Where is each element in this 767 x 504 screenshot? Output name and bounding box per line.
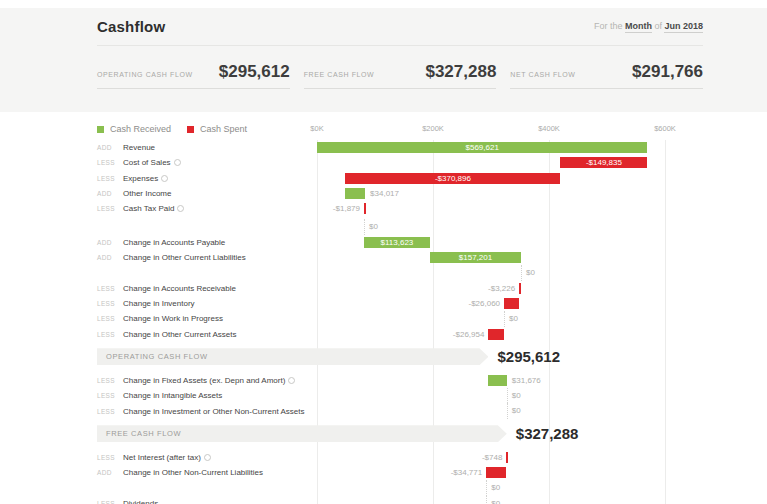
- chart-row: LESSChange in Work in Progress$0: [97, 311, 703, 326]
- row-plot: $0: [317, 219, 703, 234]
- waterfall-bar[interactable]: [364, 203, 366, 214]
- waterfall-bar[interactable]: -$370,896: [345, 173, 560, 184]
- chart-row: LESSCash Tax Paid-$1,879: [97, 201, 703, 216]
- waterfall-bar[interactable]: [519, 283, 521, 294]
- waterfall-connector: [486, 480, 487, 495]
- waterfall-bar[interactable]: $157,201: [430, 252, 521, 263]
- row-plot: -$26,060: [317, 296, 703, 311]
- row-label: Net Interest (after tax): [123, 453, 317, 462]
- info-icon[interactable]: [161, 175, 168, 182]
- row-prefix: ADD: [97, 254, 123, 261]
- bar-value: $0: [369, 219, 378, 234]
- info-icon[interactable]: [177, 205, 184, 212]
- chart-body: ADDRevenue$569,621LESSCost of Sales-$149…: [97, 140, 703, 504]
- period-granularity-dropdown[interactable]: Month: [625, 21, 652, 33]
- total-band-arrow: FREE CASH FLOW: [97, 425, 507, 442]
- row-label: Change in Accounts Receivable: [123, 284, 317, 293]
- waterfall-bar[interactable]: $569,621: [317, 142, 647, 153]
- report-header: Cashflow For the Month of Jun 2018 OPERA…: [0, 8, 767, 112]
- waterfall-connector: [504, 311, 505, 326]
- waterfall-bar[interactable]: [488, 375, 506, 386]
- row-prefix: LESS: [97, 300, 123, 307]
- chart-row: LESSCost of Sales-$149,835: [97, 155, 703, 170]
- waterfall-bar[interactable]: [506, 452, 508, 463]
- chart-row: LESSChange in Inventory-$26,060: [97, 296, 703, 311]
- chart-row: ADDRevenue$569,621: [97, 140, 703, 155]
- row-label: Revenue: [123, 143, 317, 152]
- chart-row: ADDChange in Other Non-Current Liabiliti…: [97, 465, 703, 480]
- row-prefix: LESS: [97, 500, 123, 504]
- waterfall-bar[interactable]: [504, 298, 519, 309]
- row-plot: -$1,879: [317, 201, 703, 216]
- x-axis-tick: $0K: [310, 124, 323, 133]
- row-label: Change in Other Current Liabilities: [123, 253, 317, 262]
- waterfall-connector: [507, 388, 508, 403]
- waterfall-connector: [521, 265, 522, 280]
- period-value-dropdown[interactable]: Jun 2018: [664, 21, 703, 33]
- row-plot: $0: [317, 388, 703, 403]
- cash-spent-swatch-icon: [187, 126, 194, 133]
- spacer-row: $0: [97, 480, 703, 495]
- row-plot: $31,676: [317, 373, 703, 388]
- total-band-row: FREE CASH FLOW$327,288: [97, 424, 703, 444]
- bar-value: -$370,896: [345, 173, 560, 184]
- row-label: Change in Other Current Assets: [123, 330, 317, 339]
- bar-value: $0: [512, 388, 521, 403]
- row-plot: -$3,226: [317, 281, 703, 296]
- row-prefix: LESS: [97, 205, 123, 212]
- chart-row: ADDChange in Accounts Payable$113,623: [97, 235, 703, 250]
- row-plot: $113,623: [317, 235, 703, 250]
- legend-label: Cash Received: [110, 124, 171, 134]
- row-plot: $0: [317, 265, 703, 280]
- row-prefix: LESS: [97, 392, 123, 399]
- bar-value: -$26,060: [420, 296, 500, 311]
- waterfall-bar[interactable]: $113,623: [364, 237, 430, 248]
- row-plot: $0: [317, 496, 703, 504]
- x-axis-tick: $600K: [654, 124, 676, 133]
- chart-row: LESSChange in Other Current Assets-$26,9…: [97, 327, 703, 342]
- row-label: Dividends: [123, 499, 317, 504]
- bar-value: -$26,954: [404, 327, 484, 342]
- chart-legend: Cash Received Cash Spent: [97, 124, 247, 134]
- kpi-value: $327,288: [425, 62, 496, 82]
- info-icon[interactable]: [204, 454, 211, 461]
- bar-value: $0: [512, 403, 521, 418]
- row-label: Other Income: [123, 189, 317, 198]
- bar-value: $0: [509, 311, 518, 326]
- kpi-value: $291,766: [632, 62, 703, 82]
- row-prefix: LESS: [97, 408, 123, 415]
- info-icon[interactable]: [288, 377, 295, 384]
- kpi-free-cash-flow: FREE CASH FLOW $327,288: [304, 55, 497, 89]
- total-band-label: FREE CASH FLOW: [97, 425, 507, 442]
- period-prefix-label: For the: [594, 21, 623, 31]
- kpi-value: $295,612: [219, 62, 290, 82]
- row-plot: -$748: [317, 450, 703, 465]
- waterfall-bar[interactable]: [486, 467, 506, 478]
- row-label: Change in Accounts Payable: [123, 238, 317, 247]
- waterfall-chart: Cash Received Cash Spent $0K$200K$400K$6…: [0, 112, 767, 504]
- info-icon[interactable]: [174, 159, 181, 166]
- bar-value: -$3,226: [435, 281, 515, 296]
- bar-value: -$748: [422, 450, 502, 465]
- bar-value: $157,201: [430, 252, 521, 263]
- waterfall-bar[interactable]: -$149,835: [560, 157, 647, 168]
- row-plot: -$26,954: [317, 327, 703, 342]
- bar-value: -$149,835: [560, 157, 647, 168]
- legend-label: Cash Spent: [200, 124, 247, 134]
- waterfall-bar[interactable]: [345, 188, 365, 199]
- row-plot: -$34,771: [317, 465, 703, 480]
- chart-row: LESSExpenses-$370,896: [97, 171, 703, 186]
- chart-row: LESSDividends$0: [97, 496, 703, 504]
- kpi-operating-cash-flow: OPERATING CASH FLOW $295,612: [97, 55, 290, 89]
- row-plot: $0: [317, 480, 703, 495]
- cash-received-swatch-icon: [97, 126, 104, 133]
- bar-value: $34,017: [370, 186, 399, 201]
- waterfall-connector: [507, 403, 508, 418]
- row-label: Expenses: [123, 174, 317, 183]
- bar-value: $0: [491, 480, 500, 495]
- bar-value: -$1,879: [280, 201, 360, 216]
- row-prefix: ADD: [97, 239, 123, 246]
- total-band-arrow: OPERATING CASH FLOW: [97, 348, 488, 365]
- chart-row: ADDOther Income$34,017: [97, 186, 703, 201]
- waterfall-bar[interactable]: [488, 329, 504, 340]
